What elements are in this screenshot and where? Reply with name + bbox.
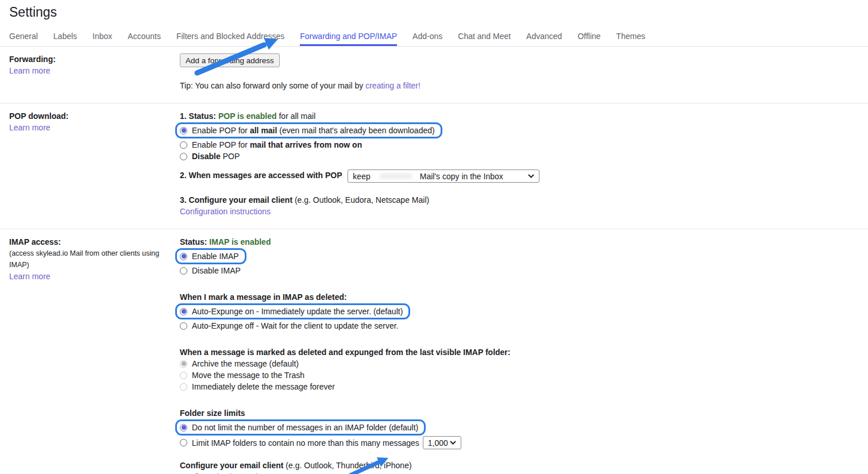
creating-a-filter-link[interactable]: creating a filter!	[365, 80, 421, 91]
pop-download-label: POP download:	[9, 110, 180, 122]
radio-icon	[180, 153, 187, 160]
radio-option-do-not-limit[interactable]: Do not limit the number of messages in a…	[180, 422, 418, 433]
dropdown-chevron-icon	[528, 174, 534, 178]
pop-access-row: 2. When messages are accessed with POP k…	[180, 169, 859, 183]
pop-download-section: POP download: Learn more 1. Status: POP …	[0, 103, 868, 229]
imap-configure-bold: Configure your email client	[180, 461, 283, 470]
pop-configure-line: 3. Configure your email client (e.g. Out…	[180, 194, 859, 206]
radio-disabled-selected-icon	[180, 360, 187, 368]
radio-label: Auto-Expunge on - Immediately update the…	[192, 306, 403, 317]
pop-configuration-instructions-link[interactable]: Configuration instructions	[180, 206, 271, 217]
imap-section-labels: IMAP access: (access skylead.io Mail fro…	[9, 236, 180, 474]
forwarding-tip: Tip: You can also forward only some of y…	[180, 80, 859, 91]
settings-tab-bar: General Labels Inbox Accounts Filters an…	[0, 28, 868, 47]
imap-section-content: Status: IMAP is enabled Enable IMAP Disa…	[180, 236, 859, 474]
imap-folder-limit-value: 1,000	[428, 437, 448, 449]
radio-option-auto-expunge-on[interactable]: Auto-Expunge on - Immediately update the…	[180, 306, 403, 317]
radio-disabled-icon	[180, 383, 187, 391]
imap-status-prefix: Status:	[180, 237, 209, 246]
imap-access-sublabel: (access skylead.io Mail from other clien…	[9, 248, 180, 271]
radio-label: Immediately delete the message forever	[192, 381, 335, 392]
pop-status-suffix: for all mail	[277, 111, 316, 121]
radio-label: Disable IMAP	[192, 265, 241, 276]
imap-status-line: Status: IMAP is enabled	[180, 236, 859, 248]
radio-option-archive-message: Archive the message (default)	[180, 358, 859, 369]
radio-option-disable-pop[interactable]: Disable POP	[180, 151, 859, 162]
imap-expunge-heading: When I mark a message in IMAP as deleted…	[180, 291, 859, 303]
annotation-highlight-do-not-limit: Do not limit the number of messages in a…	[180, 419, 859, 436]
forwarding-section-labels: Forwarding: Learn more	[9, 53, 180, 91]
pop-access-label: 2. When messages are accessed with POP	[180, 171, 342, 180]
tab-accounts[interactable]: Accounts	[128, 32, 161, 46]
radio-selected-icon	[180, 308, 187, 315]
forwarding-learn-more-link[interactable]: Learn more	[9, 65, 51, 76]
pop-access-dropdown-suffix: Mail's copy in the Inbox	[420, 171, 503, 182]
radio-label: Archive the message (default)	[192, 358, 299, 369]
tab-advanced[interactable]: Advanced	[526, 32, 562, 46]
tab-themes[interactable]: Themes	[616, 32, 646, 46]
radio-option-disable-imap[interactable]: Disable IMAP	[180, 265, 859, 276]
radio-option-enable-imap[interactable]: Enable IMAP	[180, 251, 239, 262]
radio-label: Disable POP	[192, 151, 240, 162]
forwarding-tip-text: Tip: You can also forward only some of y…	[180, 81, 365, 90]
tab-general[interactable]: General	[9, 32, 38, 46]
pop-status-prefix: 1. Status:	[180, 111, 218, 121]
imap-configure-line: Configure your email client (e.g. Outloo…	[180, 460, 859, 471]
radio-option-enable-pop-all-mail[interactable]: Enable POP for all mail (even mail that'…	[180, 125, 435, 136]
imap-status-value: IMAP is enabled	[209, 237, 271, 246]
imap-folder-size-heading: Folder size limits	[180, 407, 859, 419]
redacted-text	[380, 173, 412, 179]
radio-icon	[180, 141, 187, 149]
tab-inbox[interactable]: Inbox	[92, 32, 112, 46]
radio-label: Move the message to the Trash	[192, 369, 304, 381]
imap-configure-rest: (e.g. Outlook, Thunderbird, iPhone)	[283, 461, 411, 470]
tab-labels[interactable]: Labels	[53, 32, 77, 46]
tab-filters-and-blocked-addresses[interactable]: Filters and Blocked Addresses	[176, 32, 284, 46]
dropdown-chevron-icon	[450, 441, 456, 445]
forwarding-label: Forwarding:	[9, 53, 180, 65]
settings-page: Settings General Labels Inbox Accounts F…	[0, 0, 868, 474]
radio-label: Do not limit the number of messages in a…	[192, 422, 418, 433]
pop-learn-more-link[interactable]: Learn more	[9, 122, 51, 133]
imap-access-section: IMAP access: (access skylead.io Mail fro…	[0, 229, 868, 474]
radio-selected-icon	[180, 127, 187, 134]
tab-chat-and-meet[interactable]: Chat and Meet	[458, 32, 511, 46]
add-forwarding-address-button[interactable]: Add a forwarding address	[180, 53, 280, 67]
tab-offline[interactable]: Offline	[577, 32, 600, 46]
imap-learn-more-link[interactable]: Learn more	[9, 271, 51, 282]
pop-access-dropdown[interactable]: keep Mail's copy in the Inbox	[348, 169, 539, 183]
radio-label: Limit IMAP folders to contain no more th…	[192, 437, 419, 449]
imap-access-label: IMAP access:	[9, 236, 180, 248]
imap-configuration-instructions-link[interactable]: Configuration instructions	[180, 471, 271, 474]
radio-selected-icon	[180, 253, 187, 260]
forwarding-section-content: Add a forwarding address Tip: You can al…	[180, 53, 859, 91]
page-title: Settings	[0, 0, 868, 28]
radio-label: Enable IMAP	[192, 251, 239, 262]
tab-add-ons[interactable]: Add-ons	[412, 32, 442, 46]
radio-label: Auto-Expunge off - Wait for the client t…	[192, 320, 399, 332]
pop-access-dropdown-prefix: keep	[353, 171, 370, 182]
imap-delete-heading: When a message is marked as deleted and …	[180, 346, 859, 358]
radio-label: Enable POP for all mail (even mail that'…	[192, 125, 435, 136]
forwarding-section: Forwarding: Learn more Add a forwarding …	[0, 47, 868, 103]
pop-section-content: 1. Status: POP is enabled for all mail E…	[180, 110, 859, 217]
pop-status-line: 1. Status: POP is enabled for all mail	[180, 110, 859, 122]
annotation-highlight-pop-enable-all: Enable POP for all mail (even mail that'…	[180, 122, 859, 139]
radio-option-limit-imap-folders[interactable]: Limit IMAP folders to contain no more th…	[180, 436, 859, 449]
radio-icon	[180, 439, 187, 446]
radio-option-enable-pop-from-now-on[interactable]: Enable POP for mail that arrives from no…	[180, 139, 859, 151]
radio-disabled-icon	[180, 372, 187, 379]
radio-icon	[180, 322, 187, 330]
pop-configure-rest: (e.g. Outlook, Eudora, Netscape Mail)	[292, 195, 429, 205]
pop-status-value: POP is enabled	[218, 111, 277, 121]
pop-section-labels: POP download: Learn more	[9, 110, 180, 217]
radio-option-move-to-trash: Move the message to the Trash	[180, 369, 859, 381]
radio-selected-icon	[180, 424, 187, 431]
tab-forwarding-and-pop-imap[interactable]: Forwarding and POP/IMAP	[300, 32, 397, 46]
radio-label: Enable POP for mail that arrives from no…	[192, 139, 362, 151]
pop-configure-bold: 3. Configure your email client	[180, 195, 292, 205]
radio-option-auto-expunge-off[interactable]: Auto-Expunge off - Wait for the client t…	[180, 320, 859, 332]
radio-icon	[180, 267, 187, 275]
imap-folder-limit-dropdown[interactable]: 1,000	[423, 436, 461, 449]
radio-option-delete-forever: Immediately delete the message forever	[180, 381, 859, 392]
